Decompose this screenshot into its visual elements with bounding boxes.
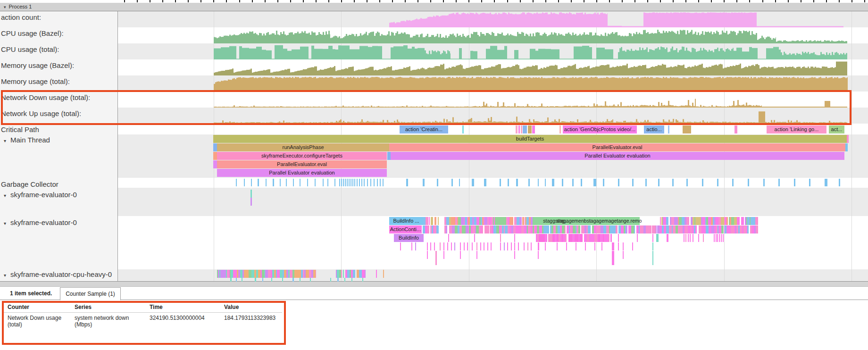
track-label-memory-usage-bazel[interactable]: Memory usage (Bazel): (1, 61, 74, 69)
skyframe2-tick[interactable] (514, 242, 515, 250)
gc-tick[interactable] (686, 179, 688, 186)
critical-path-slice[interactable] (518, 125, 520, 133)
skyframe2-dense-slice[interactable] (626, 225, 627, 233)
skyframe2-tick[interactable] (721, 234, 722, 242)
skyframe2-tick[interactable] (637, 234, 638, 242)
skyframe2-dense-slice[interactable] (695, 225, 697, 233)
skyframe2-dense-slice[interactable] (546, 234, 547, 242)
skyframe2-dense-slice[interactable] (426, 217, 428, 225)
skyframe2-dense-slice[interactable] (747, 225, 749, 233)
skyframe2-tick[interactable] (476, 242, 477, 250)
skyframe2-tick[interactable] (612, 251, 614, 259)
gc-tick[interactable] (593, 179, 596, 186)
track-label-memory-usage-total[interactable]: Memory usage (total): (1, 77, 70, 85)
skyframe2-tick[interactable] (411, 242, 412, 250)
critical-path-slice[interactable] (516, 125, 517, 133)
gc-tick[interactable] (437, 179, 438, 186)
skyframe2-tick[interactable] (714, 234, 715, 242)
cpu-heavy-slice[interactable] (343, 270, 344, 278)
main-thread-slice-skyframeexecutor-configuretargets[interactable]: skyframeExecutor.configureTargets (217, 152, 387, 160)
cpu-heavy-sub-tick[interactable] (242, 278, 242, 282)
skyframe2-deep-tick[interactable] (652, 259, 653, 265)
cpu-heavy-tick[interactable] (376, 270, 377, 278)
gc-tick[interactable] (545, 179, 546, 186)
gc-tick[interactable] (717, 179, 718, 186)
gc-tick[interactable] (672, 179, 674, 186)
gc-tick[interactable] (459, 179, 460, 186)
skyframe2-tick[interactable] (685, 234, 686, 242)
skyframe2-dense-slice[interactable] (721, 225, 724, 233)
skyframe2-dense-slice[interactable] (519, 217, 522, 225)
main-thread-slice-parallel-evaluator-evaluation[interactable]: Parallel Evaluator evaluation (391, 152, 844, 160)
critical-path-slice-actio[interactable]: actio... (644, 125, 664, 133)
skyframe2-tick[interactable] (472, 242, 473, 250)
skyframe2-tick[interactable] (476, 251, 477, 259)
track-label-action-count[interactable]: action count: (1, 13, 41, 21)
skyframe2-tick[interactable] (623, 251, 624, 259)
skyframe2-tick[interactable] (632, 242, 633, 250)
skyframe2-dense-slice[interactable] (649, 225, 651, 233)
skyframe2-tick[interactable] (448, 234, 449, 242)
track-label-skyframe-evaluator-0[interactable]: ▾skyframe-evaluator-0 (4, 218, 77, 226)
skyframe2-dense-slice[interactable] (487, 225, 489, 233)
critical-path-slice[interactable] (559, 125, 561, 133)
cpu-heavy-sub-tick[interactable] (262, 278, 263, 282)
gc-tick[interactable] (538, 179, 539, 186)
skyframe2-tick[interactable] (500, 234, 501, 242)
gc-tick[interactable] (327, 179, 328, 186)
gc-tick[interactable] (632, 179, 634, 186)
gc-tick[interactable] (572, 179, 574, 186)
skyframe2-tick[interactable] (487, 242, 488, 250)
main-thread-slice[interactable] (847, 135, 849, 143)
skyframe2-dense-slice[interactable] (565, 225, 566, 233)
critical-path-slice[interactable] (668, 125, 669, 133)
skyframe2-dense-slice[interactable] (616, 225, 618, 233)
gc-tick[interactable] (603, 179, 604, 186)
skyframe2-tick[interactable] (723, 234, 724, 242)
cpu-heavy-slice[interactable] (365, 270, 366, 278)
gc-tick[interactable] (794, 179, 795, 186)
gc-tick[interactable] (423, 179, 425, 186)
cell-series[interactable]: system network down (Mbps) (75, 315, 129, 328)
gc-tick[interactable] (280, 179, 281, 186)
skyframe2-tick[interactable] (460, 242, 461, 250)
skyframe2-tick[interactable] (518, 242, 519, 250)
main-thread-slice-parallelevaluator-eval[interactable]: ParallelEvaluator.eval (217, 160, 387, 168)
main-thread-slice-parallel-evaluator-evaluation[interactable]: Parallel Evaluator evaluation (217, 169, 387, 177)
skyframe2-dense-slice[interactable] (578, 225, 580, 233)
counter-chart-network-down-usage-total-[interactable] (118, 92, 868, 108)
skyframe2-tick[interactable] (440, 242, 441, 250)
skyframe2-dense-slice[interactable] (482, 225, 483, 233)
skyframe2-dense-slice[interactable] (758, 217, 758, 225)
skyframe2-dense-slice[interactable] (580, 234, 583, 242)
skyframe2-dense-slice[interactable] (726, 217, 728, 225)
gc-tick[interactable] (377, 179, 378, 186)
skyframe2-tick[interactable] (566, 242, 567, 250)
track-label-critical-path[interactable]: Critical Path (1, 125, 39, 133)
gc-tick[interactable] (364, 179, 365, 186)
process-header[interactable]: ▾Process 1 (0, 3, 868, 11)
expander-icon[interactable]: ▾ (4, 138, 6, 143)
gc-tick[interactable] (658, 179, 659, 186)
critical-path-slice[interactable] (532, 125, 535, 133)
cpu-heavy-sub-tick[interactable] (337, 278, 339, 282)
gc-tick[interactable] (825, 179, 827, 186)
skyframe2-tick[interactable] (491, 242, 492, 250)
tab-counter-sample[interactable]: Counter Sample (1) (60, 287, 121, 300)
gc-tick[interactable] (763, 179, 765, 186)
skyframe2-tick[interactable] (514, 251, 515, 259)
gc-tick[interactable] (357, 179, 358, 186)
gc-tick[interactable] (451, 179, 453, 186)
skyframe2-tick[interactable] (504, 242, 505, 250)
skyframe2-tick[interactable] (688, 234, 689, 242)
cell-counter[interactable]: Network Down usage (total) (8, 315, 61, 328)
main-thread-slice[interactable] (213, 152, 217, 160)
skyframe2-dense-slice[interactable] (429, 217, 430, 225)
skyframe2-dense-slice[interactable] (431, 217, 433, 225)
cell-value[interactable]: 184.1793113323983 (224, 315, 275, 322)
expander-icon[interactable]: ▾ (4, 193, 6, 198)
gc-tick[interactable] (500, 179, 501, 186)
skyframe2-dense-slice[interactable] (686, 217, 689, 225)
counter-chart-memory-usage-total-[interactable] (118, 75, 868, 92)
gc-tick[interactable] (778, 179, 780, 186)
